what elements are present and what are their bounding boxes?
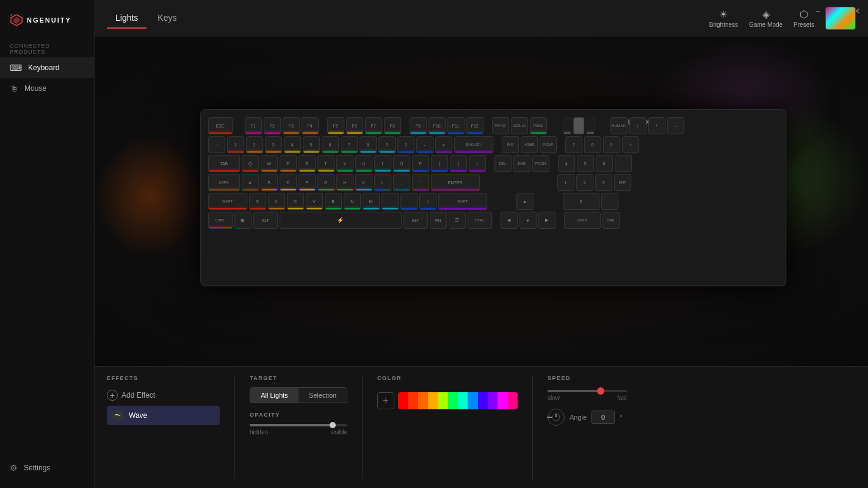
key-3[interactable]: 3 xyxy=(265,136,282,153)
key-m[interactable]: M xyxy=(363,193,380,210)
key-w[interactable]: W xyxy=(261,155,278,172)
color-swatch-1[interactable] xyxy=(398,392,408,409)
key-r[interactable]: R xyxy=(298,155,316,172)
key-rctrl[interactable]: CTRL xyxy=(468,212,492,229)
key-g[interactable]: G xyxy=(317,174,335,191)
key-pgdn[interactable]: PGDN xyxy=(532,155,549,172)
key-1[interactable]: 1 xyxy=(227,136,244,153)
tab-keys[interactable]: Keys xyxy=(149,8,185,29)
speed-slider-thumb[interactable] xyxy=(597,387,604,395)
key-backslash[interactable]: \ xyxy=(469,155,486,172)
key-slash[interactable]: / xyxy=(419,193,436,210)
key-h[interactable]: H xyxy=(336,174,353,191)
key-7[interactable]: 7 xyxy=(341,136,358,153)
key-np3[interactable]: 3 xyxy=(595,174,612,191)
key-f11[interactable]: F11 xyxy=(447,117,465,134)
key-e[interactable]: E xyxy=(280,155,297,172)
key-minus[interactable]: - xyxy=(416,136,433,153)
key-lwin[interactable]: ⊞ xyxy=(234,212,251,229)
key-fn[interactable]: FN xyxy=(430,212,447,229)
key-end[interactable]: END xyxy=(513,155,530,172)
key-np-div[interactable]: / xyxy=(629,117,646,134)
key-np0[interactable]: 0 xyxy=(563,193,599,210)
selection-button[interactable]: Selection xyxy=(298,388,347,403)
key-q[interactable]: Q xyxy=(242,155,259,172)
key-z[interactable]: Z xyxy=(249,193,266,210)
add-effect-button[interactable]: + Add Effect xyxy=(107,387,220,403)
key-home[interactable]: HOME xyxy=(521,136,538,153)
key-tilde[interactable]: ~ xyxy=(208,136,225,153)
color-swatch-5[interactable] xyxy=(438,392,447,409)
key-pgup[interactable]: PGUP xyxy=(540,136,557,153)
key-f9[interactable]: F9 xyxy=(410,117,427,134)
key-np5[interactable]: 5 xyxy=(577,155,594,172)
key-y[interactable]: Y xyxy=(336,155,353,172)
key-s[interactable]: S xyxy=(261,174,278,191)
key-f2[interactable]: F2 xyxy=(264,117,281,134)
effect-item-wave[interactable]: 〜 Wave xyxy=(107,406,220,425)
tab-lights[interactable]: Lights xyxy=(107,8,146,29)
color-swatch-9[interactable] xyxy=(478,392,488,409)
key-rbracket[interactable]: ] xyxy=(450,155,467,172)
back-button[interactable]: ← xyxy=(6,7,20,22)
color-swatch-7[interactable] xyxy=(458,392,468,409)
key-lbracket[interactable]: [ xyxy=(431,155,448,172)
key-np-dot[interactable]: . xyxy=(601,193,618,210)
key-6[interactable]: 6 xyxy=(322,136,339,153)
key-lshift[interactable]: SHIFT xyxy=(208,193,247,210)
key-comma[interactable]: , xyxy=(382,193,399,210)
key-f10[interactable]: F10 xyxy=(429,117,446,134)
key-f6[interactable]: F6 xyxy=(346,117,363,134)
key-del[interactable]: DEL xyxy=(494,155,512,172)
key-lalt[interactable]: ALT xyxy=(253,212,278,229)
key-9[interactable]: 9 xyxy=(378,136,396,153)
key-v[interactable]: V xyxy=(306,193,323,210)
key-f4[interactable]: F4 xyxy=(302,117,319,134)
color-swatch-2[interactable] xyxy=(408,392,418,409)
key-i[interactable]: I xyxy=(374,155,391,172)
key-menu[interactable]: ☰ xyxy=(449,212,466,229)
key-np8[interactable]: 8 xyxy=(584,136,601,153)
key-0[interactable]: 0 xyxy=(397,136,414,153)
key-backspace[interactable]: BACKSP xyxy=(454,136,493,153)
key-a[interactable]: A xyxy=(242,174,259,191)
key-8[interactable]: 8 xyxy=(360,136,377,153)
key-np-plus2[interactable] xyxy=(615,155,632,172)
presets-action[interactable]: ⬡ Presets xyxy=(794,9,814,28)
key-tab[interactable]: TAB xyxy=(208,155,240,172)
key-arrow-left[interactable]: ◀ xyxy=(501,212,518,229)
opacity-slider-thumb[interactable] xyxy=(330,422,336,428)
key-p[interactable]: P xyxy=(412,155,429,172)
key-ralt[interactable]: ALT xyxy=(403,212,428,229)
color-swatch-10[interactable] xyxy=(488,392,497,409)
key-caps[interactable]: CAPS xyxy=(208,174,240,191)
key-5[interactable]: 5 xyxy=(303,136,320,153)
brightness-action[interactable]: ☀ Brightness xyxy=(709,9,738,28)
key-np-ins[interactable]: 0/INS xyxy=(564,212,601,229)
key-space[interactable]: ⚡ xyxy=(280,212,402,229)
key-rshift[interactable]: SHIFT xyxy=(438,193,487,210)
opacity-slider-track[interactable] xyxy=(250,424,347,426)
settings-item[interactable]: ⚙ Settings xyxy=(0,458,94,478)
key-np-min[interactable]: - xyxy=(667,117,684,134)
key-f1[interactable]: F1 xyxy=(245,117,262,134)
key-np4[interactable]: 4 xyxy=(558,155,575,172)
key-scroll[interactable]: SCRL LK xyxy=(511,117,528,134)
key-x[interactable]: X xyxy=(268,193,285,210)
key-enter[interactable]: ENTER xyxy=(431,174,480,191)
key-quote[interactable]: ' xyxy=(412,174,429,191)
key-np-mul[interactable]: * xyxy=(648,117,665,134)
key-np7[interactable]: 7 xyxy=(565,136,582,153)
key-f7[interactable]: F7 xyxy=(365,117,382,134)
sidebar-item-keyboard[interactable]: ⌨ Keyboard xyxy=(0,57,94,78)
key-arrow-right[interactable]: ▶ xyxy=(538,212,555,229)
color-swatch-3[interactable] xyxy=(418,392,428,409)
key-ins[interactable]: INS xyxy=(502,136,519,153)
key-4[interactable]: 4 xyxy=(284,136,301,153)
key-t[interactable]: T xyxy=(317,155,335,172)
all-lights-button[interactable]: All Lights xyxy=(250,388,298,403)
key-dot[interactable]: . xyxy=(400,193,418,210)
color-swatch-4[interactable] xyxy=(428,392,438,409)
key-c[interactable]: C xyxy=(287,193,304,210)
key-lctrl[interactable]: CTRL xyxy=(208,212,233,229)
